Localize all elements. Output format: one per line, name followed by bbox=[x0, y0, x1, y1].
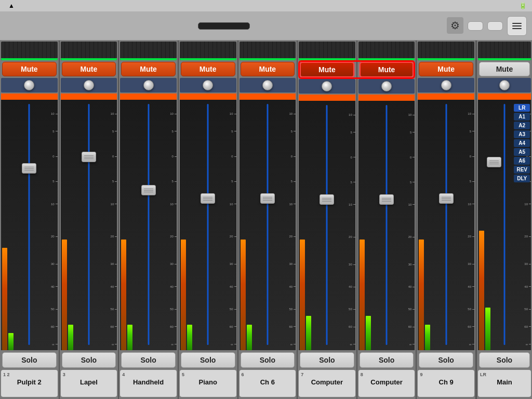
fader-scale-ch6: 10505102030405060∞ bbox=[285, 100, 296, 350]
fader-handle-ch8[interactable] bbox=[379, 194, 394, 205]
pan-knob-ch8[interactable] bbox=[381, 81, 392, 91]
channel-name-area-ch3: 3 Lapel bbox=[61, 370, 117, 397]
fader-line-1 bbox=[263, 197, 272, 197]
level-meter-right-ch7 bbox=[306, 101, 311, 350]
pan-knob-ch7[interactable] bbox=[322, 81, 332, 91]
bus-label-A1[interactable]: A1 bbox=[514, 113, 530, 121]
fader-line-2 bbox=[24, 168, 34, 169]
pan-knob-lr[interactable] bbox=[499, 80, 510, 90]
vu-grid bbox=[358, 42, 415, 60]
fader-handle-ch7[interactable] bbox=[320, 194, 334, 205]
vu-grid bbox=[418, 42, 474, 60]
fader-track-ch9 bbox=[445, 104, 447, 345]
shows-button[interactable] bbox=[487, 21, 503, 31]
ch-name-ch4: Handheld bbox=[122, 378, 175, 386]
bus-label-REV[interactable]: REV bbox=[514, 166, 530, 174]
presets-button[interactable] bbox=[468, 21, 483, 31]
fader-handle-ch5[interactable] bbox=[201, 193, 215, 204]
channel-strip-ch1: Mute 10505102030405060∞ Solo 1 bbox=[0, 41, 59, 399]
channel-strip-ch6: Mute 10505102030405060∞ Solo 6 bbox=[238, 41, 298, 399]
solo-button-ch7[interactable]: Solo bbox=[300, 352, 354, 368]
bus-label-A6[interactable]: A6 bbox=[514, 157, 530, 165]
menu-button[interactable] bbox=[507, 16, 527, 36]
fader-area-ch7: 10505102030405060∞ bbox=[299, 95, 355, 350]
fader-line-3 bbox=[84, 158, 94, 159]
bus-label-LR[interactable]: LR bbox=[514, 104, 530, 112]
solo-button-ch8[interactable]: Solo bbox=[360, 352, 414, 368]
solo-button-ch6[interactable]: Solo bbox=[241, 352, 295, 368]
level-meter-left-ch7 bbox=[300, 101, 305, 350]
channel-strip-ch5: Mute 10505102030405060∞ Solo 5 bbox=[179, 41, 238, 399]
mute-button-ch5[interactable]: Mute bbox=[181, 62, 235, 76]
pan-knob-ch3[interactable] bbox=[84, 80, 94, 90]
channel-name-area-ch1: 1 2 Pulpit 2 bbox=[1, 370, 58, 397]
clip-indicator-ch4 bbox=[120, 94, 177, 100]
level-meter-left-ch4 bbox=[121, 100, 126, 350]
channel-name-area-ch4: 4 Handheld bbox=[120, 370, 177, 397]
fader-line-3 bbox=[442, 200, 451, 201]
mute-button-ch8[interactable]: Mute bbox=[360, 62, 414, 77]
wifi-icon: ▲ bbox=[8, 2, 15, 9]
fader-handle-ch4[interactable] bbox=[141, 185, 156, 195]
level-meter-left-ch6 bbox=[241, 100, 246, 350]
solo-button-ch1[interactable]: Solo bbox=[2, 352, 57, 368]
fader-scale-ch9: 10505102030405060∞ bbox=[464, 100, 474, 350]
vu-meter-ch1 bbox=[1, 42, 58, 60]
fader-area-ch9: 10505102030405060∞ bbox=[418, 94, 474, 350]
connected-button[interactable]: ⚙ bbox=[447, 17, 463, 35]
fader-area-ch6: 10505102030405060∞ bbox=[240, 94, 296, 350]
solo-button-ch3[interactable]: Solo bbox=[62, 352, 116, 368]
mute-button-ch1[interactable]: Mute bbox=[2, 62, 57, 76]
pan-knob-ch4[interactable] bbox=[143, 80, 154, 90]
vu-meter-ch3 bbox=[61, 42, 117, 60]
bus-label-A3[interactable]: A3 bbox=[514, 130, 530, 138]
mute-button-lr[interactable]: Mute bbox=[479, 62, 530, 76]
pan-knob-ch5[interactable] bbox=[203, 80, 213, 90]
bus-label-A4[interactable]: A4 bbox=[514, 139, 530, 147]
channel-info bbox=[5, 22, 443, 30]
pan-knob-ch9[interactable] bbox=[441, 80, 451, 90]
fader-line-1 bbox=[382, 198, 391, 198]
fader-track-ch6 bbox=[267, 104, 268, 345]
mute-button-ch7[interactable]: Mute bbox=[300, 62, 354, 77]
vu-grid bbox=[1, 42, 58, 60]
fader-area-ch1: 10505102030405060∞ bbox=[1, 94, 58, 350]
mute-button-ch4[interactable]: Mute bbox=[121, 62, 176, 76]
meter-fill-left bbox=[181, 240, 186, 350]
right-panel: Mute 10505102030405060∞ LRA1A2A3A4A5A6RE… bbox=[476, 41, 532, 399]
clip-indicator-ch9 bbox=[418, 94, 474, 100]
fader-handle-ch9[interactable] bbox=[439, 193, 454, 204]
level-meter-right-ch3 bbox=[68, 100, 73, 350]
level-meter-right-ch1 bbox=[8, 100, 14, 350]
pan-knob-ch6[interactable] bbox=[262, 80, 273, 90]
fader-line-3 bbox=[322, 201, 331, 202]
fader-area-ch4: 10505102030405060∞ bbox=[120, 94, 177, 350]
level-meter-right-ch6 bbox=[247, 100, 252, 350]
level-meter-right-ch5 bbox=[187, 100, 192, 350]
mute-button-ch9[interactable]: Mute bbox=[419, 62, 473, 76]
solo-button-ch5[interactable]: Solo bbox=[181, 352, 235, 368]
fader-line-2 bbox=[144, 190, 153, 191]
vu-grid bbox=[120, 42, 177, 60]
pan-knob-ch1[interactable] bbox=[24, 80, 34, 90]
fader-handle-ch6[interactable] bbox=[260, 193, 275, 204]
bus-label-A2[interactable]: A2 bbox=[514, 122, 530, 129]
solo-button-ch9[interactable]: Solo bbox=[419, 352, 473, 368]
fader-scale-ch5: 10505102030405060∞ bbox=[226, 100, 236, 350]
fader-line-1 bbox=[84, 155, 94, 156]
fader-handle-ch3[interactable] bbox=[82, 152, 96, 162]
channel-strip-ch4: Mute 10505102030405060∞ Solo 4 bbox=[119, 41, 178, 399]
mute-button-ch6[interactable]: Mute bbox=[241, 62, 295, 76]
fader-line-1 bbox=[322, 198, 331, 198]
bus-label-A5[interactable]: A5 bbox=[514, 148, 530, 156]
toolbar: ⚙ bbox=[0, 11, 532, 41]
solo-button-ch4[interactable]: Solo bbox=[121, 352, 176, 368]
fader-handle-lr[interactable] bbox=[487, 157, 501, 167]
ch-number-ch4: 4 bbox=[122, 372, 175, 377]
fader-handle-ch1[interactable] bbox=[22, 163, 36, 174]
fader-line-3 bbox=[203, 200, 212, 201]
bus-label-DLY[interactable]: DLY bbox=[514, 175, 530, 182]
channel-name-area-ch8: 8 Computer bbox=[358, 370, 415, 397]
solo-button-lr[interactable]: Solo bbox=[479, 352, 530, 368]
mute-button-ch3[interactable]: Mute bbox=[62, 62, 116, 76]
